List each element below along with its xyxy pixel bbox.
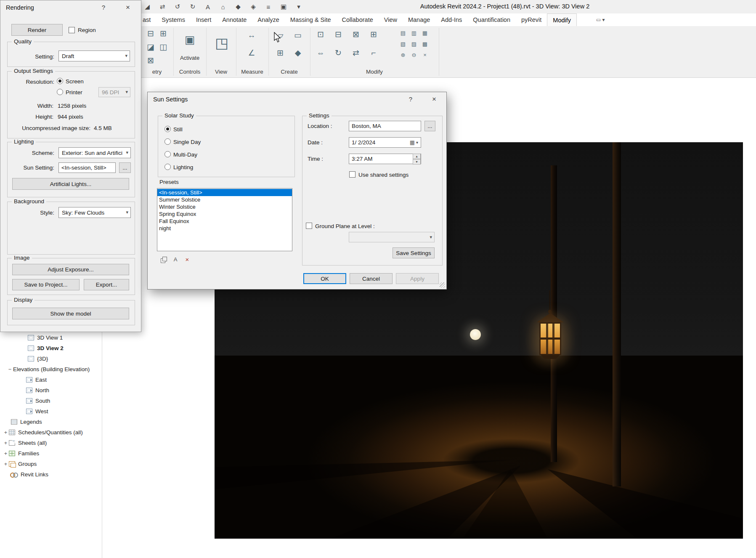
lighting-scheme-select[interactable]: Exterior: Sun and Artifici▾ — [58, 147, 131, 158]
pin-icon[interactable]: ⊕ — [399, 52, 407, 58]
sidebar-item-north[interactable]: North — [0, 385, 102, 396]
artificial-lights-button[interactable]: Artificial Lights... — [12, 178, 129, 190]
redo-icon[interactable]: ↻ — [188, 3, 197, 11]
ground-plane-checkbox[interactable] — [306, 223, 312, 229]
tab-analyze[interactable]: Analyze — [252, 13, 285, 26]
spin-down-icon[interactable]: ▾ — [413, 159, 421, 165]
tag-icon[interactable]: ◆ — [234, 3, 242, 11]
use-shared-settings-checkbox[interactable] — [349, 171, 355, 178]
distribute-icon[interactable]: ▥ — [410, 30, 418, 36]
still-radio[interactable] — [164, 126, 171, 132]
caret-down-icon[interactable]: ▾ — [416, 140, 418, 145]
text-icon[interactable]: A — [204, 3, 212, 11]
region-checkbox[interactable] — [69, 27, 75, 33]
join-geometry-icon[interactable]: ⊞ — [157, 29, 169, 38]
move-icon[interactable]: ⇔ — [315, 49, 326, 58]
sun-setting-browse-button[interactable]: ... — [119, 162, 131, 173]
sidebar-item-west[interactable]: West — [0, 406, 102, 417]
tab-manage[interactable]: Manage — [403, 13, 435, 26]
location-field[interactable]: Boston, MA — [349, 121, 421, 131]
rotate-icon[interactable]: ↻ — [332, 49, 344, 58]
measure-icon[interactable]: ◢ — [143, 3, 151, 11]
paste-icon[interactable]: ⊡ — [315, 30, 326, 39]
tab-annotate[interactable]: Annotate — [217, 13, 252, 26]
legend-component-icon[interactable]: ▭ — [292, 31, 304, 40]
lighting-radio[interactable] — [164, 164, 171, 170]
presets-listbox[interactable]: <In-session, Still> Summer Solstice Wint… — [157, 188, 292, 251]
ok-button[interactable]: OK — [303, 273, 346, 284]
measure-aligned-icon[interactable]: ↔ — [246, 31, 257, 40]
single-day-radio[interactable] — [164, 138, 171, 145]
calendar-icon[interactable]: ▦ — [410, 139, 415, 146]
save-to-project-button[interactable]: Save to Project... — [12, 279, 80, 290]
preset-item[interactable]: Winter Solstice — [157, 203, 292, 210]
cut-geometry-icon[interactable]: ⊟ — [145, 29, 157, 38]
tab-precast[interactable]: ast — [141, 13, 156, 26]
browser-panel-divider[interactable] — [102, 332, 102, 558]
expand-icon[interactable]: + — [3, 429, 9, 436]
switch-windows-icon[interactable]: ▣ — [279, 3, 288, 11]
expand-icon[interactable]: + — [3, 450, 9, 457]
dimension-icon[interactable]: ⇄ — [158, 3, 167, 11]
preset-item[interactable]: Spring Equinox — [157, 210, 292, 218]
undo-icon[interactable]: ↺ — [173, 3, 182, 11]
time-field[interactable]: 3:27 AM — [349, 154, 421, 164]
quality-setting-select[interactable]: Draft▾ — [58, 50, 130, 61]
trim-icon[interactable]: ⌐ — [368, 49, 379, 58]
resize-grip[interactable] — [440, 282, 445, 288]
tab-massing-site[interactable]: Massing & Site — [285, 13, 337, 26]
sun-setting-field[interactable]: <In-session, Still> — [58, 162, 116, 173]
paint-icon[interactable]: ◪ — [145, 43, 157, 52]
align-icon[interactable]: ▤ — [399, 30, 407, 36]
tab-add-ins[interactable]: Add-Ins — [435, 13, 467, 26]
tab-modify[interactable]: Modify — [547, 13, 577, 26]
sidebar-item-groups[interactable]: +Groups — [0, 459, 102, 469]
cancel-button[interactable]: Cancel — [350, 273, 393, 284]
close-icon[interactable]: × — [428, 95, 440, 104]
sidebar-item-elevations[interactable]: −Elevations (Building Elevation) — [0, 364, 102, 375]
split-element-icon[interactable]: ▧ — [399, 41, 407, 47]
ribbon-display-toggle[interactable]: ▭ ▾ — [593, 13, 608, 26]
tab-systems[interactable]: Systems — [156, 13, 191, 26]
delete-icon[interactable]: × — [421, 52, 429, 58]
rename-preset-icon[interactable]: A — [171, 255, 180, 264]
section-icon[interactable]: ◈ — [249, 3, 257, 11]
activate-controls-icon[interactable]: ▣ — [184, 34, 196, 46]
tab-quantification[interactable]: Quantification — [467, 13, 516, 26]
sidebar-item-3d-default[interactable]: {3D} — [0, 353, 102, 364]
preset-item[interactable]: Fall Equinox — [157, 218, 292, 225]
preset-item[interactable]: night — [157, 225, 292, 232]
angle-dimension-icon[interactable]: ∠ — [246, 49, 257, 58]
sidebar-item-3d-view-2[interactable]: 3D View 2 — [0, 343, 102, 353]
sidebar-item-south[interactable]: South — [0, 396, 102, 406]
help-icon[interactable]: ? — [404, 95, 417, 104]
tab-pyrevit[interactable]: pyRevit — [516, 13, 547, 26]
spin-up-icon[interactable]: ▴ — [413, 154, 421, 159]
sidebar-item-3d-view-1[interactable]: 3D View 1 — [0, 332, 102, 343]
thin-lines-icon[interactable]: ≡ — [264, 3, 273, 11]
split-face-icon[interactable]: ◫ — [157, 43, 169, 52]
array-icon[interactable]: ▩ — [421, 41, 429, 47]
expand-icon[interactable]: + — [3, 461, 9, 467]
tag-by-category-icon[interactable]: ◆ — [292, 49, 304, 58]
sidebar-item-east[interactable]: East — [0, 375, 102, 385]
save-settings-button[interactable]: Save Settings — [393, 247, 435, 258]
cope-icon[interactable]: ⊟ — [332, 30, 344, 39]
sidebar-item-revit-links[interactable]: Revit Links — [0, 469, 102, 480]
adjust-exposure-button[interactable]: Adjust Exposure... — [12, 264, 129, 275]
demolish-icon[interactable]: ⊠ — [145, 56, 157, 65]
tab-view[interactable]: View — [379, 13, 403, 26]
sidebar-item-families[interactable]: +Families — [0, 448, 102, 459]
date-field[interactable]: 1/ 2/2024▦▾ — [349, 137, 421, 148]
resolution-screen-radio[interactable] — [57, 78, 63, 84]
export-button[interactable]: Export... — [84, 279, 129, 290]
tab-collaborate[interactable]: Collaborate — [337, 13, 379, 26]
close-icon[interactable]: × — [122, 3, 134, 12]
time-spinner[interactable]: ▴ ▾ — [413, 154, 421, 164]
expand-icon[interactable]: + — [3, 440, 9, 446]
home-3d-icon[interactable]: ⌂ — [219, 3, 227, 11]
join-icon[interactable]: ⊞ — [368, 30, 379, 39]
preset-item[interactable]: <In-session, Still> — [157, 189, 292, 196]
render-button[interactable]: Render — [11, 24, 63, 36]
mirror-icon[interactable]: ⇄ — [350, 49, 362, 58]
